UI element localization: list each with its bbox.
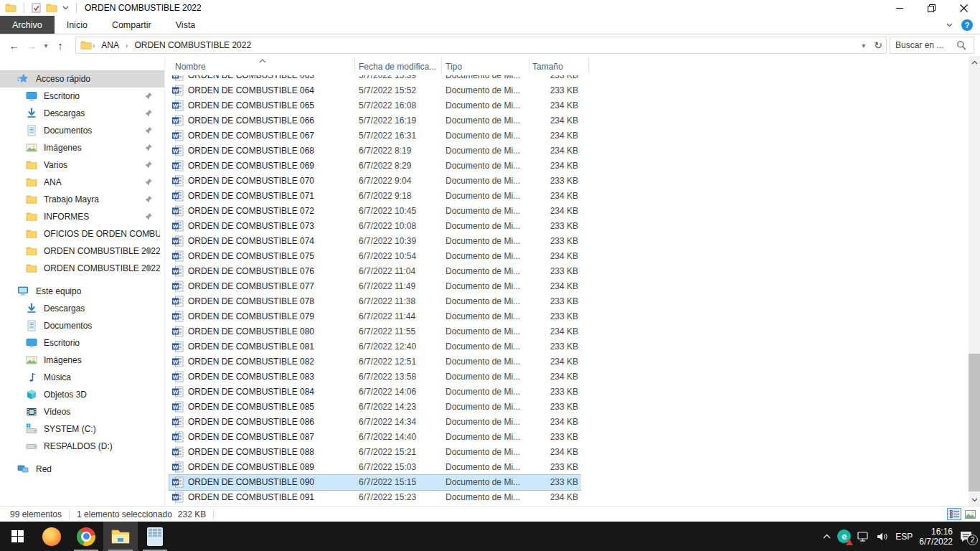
breadcrumb-item[interactable]: ORDEN COMBUSTIBLE 2022	[130, 40, 255, 50]
calculator-taskbar-button[interactable]	[138, 522, 172, 551]
sidebar-item-descargas[interactable]: Descargas	[0, 105, 164, 122]
file-row[interactable]: WORDEN DE COMBUSTIBLE 0806/7/2022 11:55D…	[169, 324, 581, 339]
file-row[interactable]: WORDEN DE COMBUSTIBLE 0756/7/2022 10:54D…	[169, 249, 581, 264]
file-row[interactable]: WORDEN DE COMBUSTIBLE 0736/7/2022 10:08D…	[169, 219, 581, 234]
file-row[interactable]: WORDEN DE COMBUSTIBLE 0846/7/2022 14:06D…	[169, 385, 581, 400]
file-row[interactable]: WORDEN DE COMBUSTIBLE 0726/7/2022 10:45D…	[169, 204, 581, 219]
recent-locations-chevron-icon[interactable]: ▾	[40, 37, 52, 54]
qat-chevron-down-icon[interactable]	[62, 6, 69, 10]
column-header-name[interactable]: Nombre	[175, 62, 206, 72]
sidebar-item-orden-combustible-2022[interactable]: ORDEN COMBUSTIBLE 2022	[0, 260, 164, 277]
forward-button[interactable]: →	[23, 37, 40, 54]
sidebar-item-escritorio[interactable]: Escritorio	[0, 88, 164, 105]
tray-chevron-up-icon[interactable]	[823, 534, 831, 539]
help-icon[interactable]: ?	[961, 19, 973, 31]
scroll-down-icon[interactable]	[969, 494, 980, 506]
file-row[interactable]: WORDEN DE COMBUSTIBLE 0776/7/2022 11:49D…	[169, 279, 581, 294]
sidebar-item-im-genes[interactable]: Imágenes	[0, 139, 164, 156]
sidebar-item-system-c-[interactable]: SYSTEM (C:)	[0, 420, 164, 438]
sidebar-item-varios[interactable]: Varios	[0, 156, 164, 174]
file-row[interactable]: WORDEN DE COMBUSTIBLE 0906/7/2022 15:15D…	[169, 475, 581, 490]
sidebar-section-this-pc[interactable]: Este equipo	[0, 283, 164, 300]
details-view-button[interactable]	[947, 508, 961, 520]
close-button[interactable]	[948, 0, 980, 16]
back-button[interactable]: ←	[6, 37, 23, 54]
file-row[interactable]: WORDEN DE COMBUSTIBLE 0866/7/2022 14:34D…	[169, 415, 581, 430]
clock[interactable]: 16:16 6/7/2022	[919, 527, 953, 547]
network-tray-icon[interactable]	[857, 532, 870, 542]
file-row[interactable]: WORDEN DE COMBUSTIBLE 0675/7/2022 16:31D…	[169, 128, 581, 143]
file-row[interactable]: WORDEN DE COMBUSTIBLE 0916/7/2022 15:23D…	[169, 490, 581, 505]
column-divider[interactable]	[441, 58, 442, 73]
sidebar-item-im-genes[interactable]: Imágenes	[0, 352, 164, 369]
explorer-taskbar-button[interactable]	[103, 522, 138, 551]
scrollbar-thumb[interactable]	[969, 354, 980, 491]
volume-tray-icon[interactable]	[877, 532, 889, 542]
file-row[interactable]: WORDEN DE COMBUSTIBLE 0665/7/2022 16:19D…	[169, 113, 581, 128]
file-row[interactable]: WORDEN DE COMBUSTIBLE 0816/7/2022 12:40D…	[169, 339, 581, 354]
sidebar-item-oficios-de-orden-combu[interactable]: OFICIOS DE ORDEN COMBU	[0, 225, 164, 242]
ribbon-collapse-chevron-icon[interactable]	[946, 23, 953, 27]
restore-button[interactable]	[915, 0, 948, 16]
search-input[interactable]	[890, 40, 956, 50]
sidebar-item-orden-combustible-2022[interactable]: ORDEN COMBUSTIBLE 2022	[0, 242, 164, 260]
ribbon-tab-archivo[interactable]: Archivo	[0, 16, 55, 34]
file-row[interactable]: WORDEN DE COMBUSTIBLE 0645/7/2022 15:52D…	[169, 83, 581, 98]
sidebar-section-quick-access[interactable]: Acceso rápido	[0, 70, 164, 88]
sidebar-item-descargas[interactable]: Descargas	[0, 300, 164, 317]
file-row[interactable]: WORDEN DE COMBUSTIBLE 0876/7/2022 14:40D…	[169, 430, 581, 445]
refresh-icon[interactable]: ↻	[874, 39, 882, 51]
search-icon[interactable]	[956, 40, 966, 50]
column-header-size[interactable]: Tamaño	[532, 62, 563, 72]
sidebar-item-ana[interactable]: ANA	[0, 174, 164, 191]
file-row[interactable]: WORDEN DE COMBUSTIBLE 0655/7/2022 16:08D…	[169, 98, 581, 113]
file-row[interactable]: WORDEN DE COMBUSTIBLE 0826/7/2022 12:51D…	[169, 354, 581, 369]
file-row[interactable]: WORDEN DE COMBUSTIBLE 0796/7/2022 11:44D…	[169, 309, 581, 324]
column-header-date[interactable]: Fecha de modifica...	[359, 62, 436, 72]
file-row[interactable]: WORDEN DE COMBUSTIBLE 0706/7/2022 9:04Do…	[169, 174, 581, 189]
file-row[interactable]: WORDEN DE COMBUSTIBLE 0836/7/2022 13:58D…	[169, 369, 581, 385]
file-row[interactable]: WORDEN DE COMBUSTIBLE 0766/7/2022 11:04D…	[169, 264, 581, 279]
column-divider[interactable]	[529, 58, 529, 73]
file-row[interactable]: WORDEN DE COMBUSTIBLE 0856/7/2022 14:23D…	[169, 400, 581, 415]
breadcrumb-item[interactable]: ANA	[97, 40, 123, 50]
firefox-taskbar-button[interactable]	[34, 522, 69, 551]
breadcrumb-chevron-icon[interactable]: ›	[125, 42, 128, 50]
up-button[interactable]: ↑	[52, 37, 69, 54]
sidebar-item-m-sica[interactable]: Música	[0, 369, 164, 386]
file-row[interactable]: WORDEN DE COMBUSTIBLE 0696/7/2022 8:29Do…	[169, 159, 581, 174]
column-header-type[interactable]: Tipo	[446, 62, 462, 72]
file-row[interactable]: WORDEN DE COMBUSTIBLE 0896/7/2022 15:03D…	[169, 460, 581, 475]
file-row[interactable]: WORDEN DE COMBUSTIBLE 0635/7/2022 15:39D…	[169, 75, 581, 83]
ribbon-tab-compartir[interactable]: Compartir	[100, 16, 164, 34]
sidebar-item-documentos[interactable]: Documentos	[0, 122, 164, 139]
sidebar-item-trabajo-mayra[interactable]: Trabajo Mayra	[0, 191, 164, 208]
column-divider[interactable]	[354, 58, 355, 73]
sidebar-item-objetos-3d[interactable]: Objetos 3D	[0, 386, 164, 403]
file-row[interactable]: WORDEN DE COMBUSTIBLE 0886/7/2022 15:21D…	[169, 445, 581, 460]
sidebar-item-escritorio[interactable]: Escritorio	[0, 334, 164, 352]
ribbon-tab-inicio[interactable]: Inicio	[55, 16, 100, 34]
vertical-scrollbar[interactable]	[969, 56, 980, 506]
scroll-up-icon[interactable]	[969, 56, 980, 68]
sidebar-section-network[interactable]: Red	[0, 461, 164, 478]
chrome-taskbar-button[interactable]	[69, 522, 103, 551]
antivirus-tray-icon[interactable]: e	[837, 529, 851, 543]
sidebar-item-v-deos[interactable]: Vídeos	[0, 403, 164, 420]
breadcrumb-chevron-icon[interactable]: ›	[92, 42, 95, 50]
file-row[interactable]: WORDEN DE COMBUSTIBLE 0746/7/2022 10:39D…	[169, 234, 581, 249]
language-indicator[interactable]: ESP	[895, 532, 913, 542]
thumbnails-view-button[interactable]	[963, 508, 977, 520]
address-bar[interactable]: ›ANA›ORDEN COMBUSTIBLE 2022	[75, 37, 887, 54]
start-taskbar-button[interactable]	[0, 522, 34, 551]
sidebar-item-respaldos-d-[interactable]: RESPALDOS (D:)	[0, 438, 164, 455]
address-dropdown-chevron-icon[interactable]: ▾	[862, 42, 865, 50]
minimize-button[interactable]	[883, 0, 915, 16]
file-row[interactable]: WORDEN DE COMBUSTIBLE 0786/7/2022 11:38D…	[169, 294, 581, 309]
file-row[interactable]: WORDEN DE COMBUSTIBLE 0716/7/2022 9:18Do…	[169, 189, 581, 204]
file-row[interactable]: WORDEN DE COMBUSTIBLE 0686/7/2022 8:19Do…	[169, 143, 581, 159]
column-divider[interactable]	[588, 58, 589, 73]
sidebar-item-documentos[interactable]: Documentos	[0, 317, 164, 334]
sidebar-item-informes[interactable]: INFORMES	[0, 208, 164, 225]
notifications-icon[interactable]: 2	[959, 531, 973, 542]
